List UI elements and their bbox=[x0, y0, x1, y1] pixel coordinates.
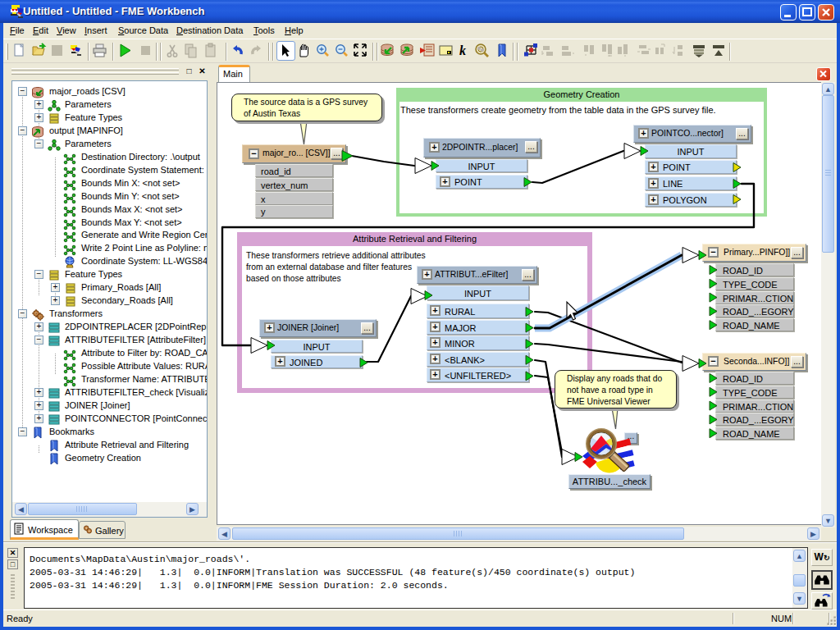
svg-text:k: k bbox=[459, 43, 466, 57]
